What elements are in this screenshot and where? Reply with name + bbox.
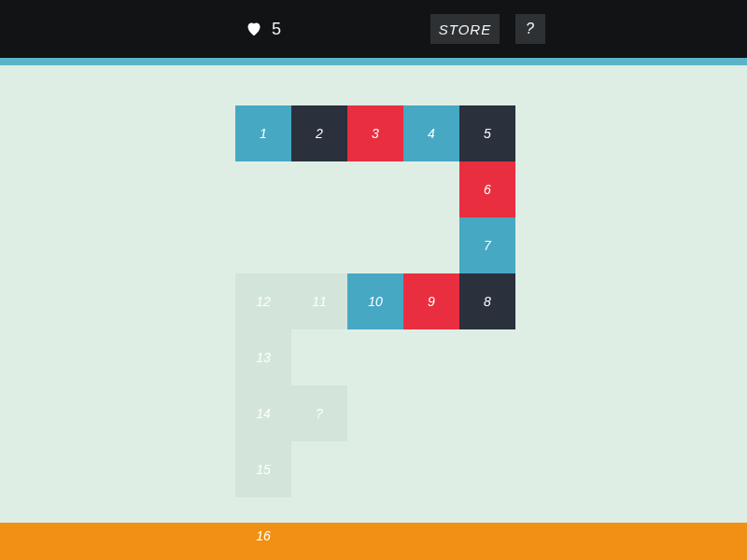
level-tile-14: 14 <box>235 385 291 441</box>
level-tile-9[interactable]: 9 <box>403 273 459 329</box>
level-tile-8[interactable]: 8 <box>459 273 515 329</box>
level-tile-16[interactable]: 16 <box>235 523 291 560</box>
level-tile-5[interactable]: 5 <box>459 105 515 161</box>
level-tile-1[interactable]: 1 <box>235 105 291 161</box>
level-tile-6[interactable]: 6 <box>459 161 515 217</box>
level-tile-4[interactable]: 4 <box>403 105 459 161</box>
level-tile-2[interactable]: 2 <box>291 105 347 161</box>
level-tile-3[interactable]: 3 <box>347 105 403 161</box>
level-tile-12: 12 <box>235 273 291 329</box>
level-tile-11: 11 <box>291 273 347 329</box>
level-tile-?: ? <box>291 385 347 441</box>
level-tile-15: 15 <box>235 441 291 497</box>
orange-bar <box>0 523 747 560</box>
level-tile-7[interactable]: 7 <box>459 217 515 273</box>
level-tile-10[interactable]: 10 <box>347 273 403 329</box>
level-board: 1234567891011121314?15 <box>0 0 747 560</box>
level-tile-13: 13 <box>235 329 291 385</box>
